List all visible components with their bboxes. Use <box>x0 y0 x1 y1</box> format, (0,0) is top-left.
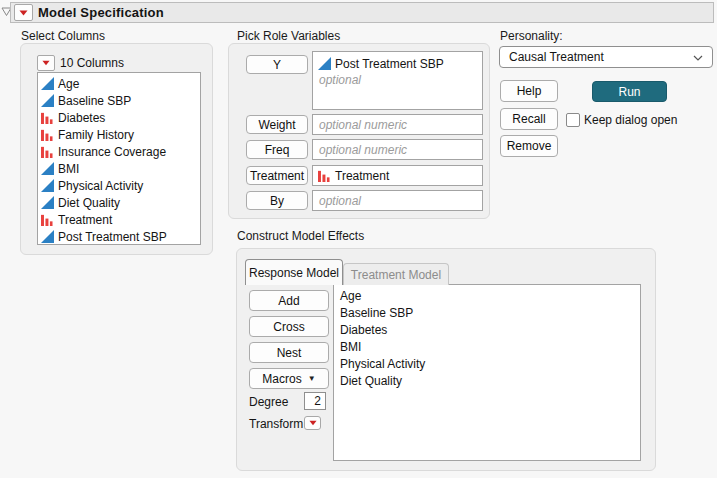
columns-listbox[interactable]: Age Baseline SBP Diabetes Family History… <box>37 72 201 245</box>
effect-item[interactable]: Baseline SBP <box>334 304 640 321</box>
effect-item[interactable]: Diabetes <box>334 321 640 338</box>
role-y-button[interactable]: Y <box>246 55 308 74</box>
role-by-dropzone[interactable]: optional <box>312 190 483 211</box>
continuous-icon <box>41 162 54 175</box>
column-item[interactable]: Physical Activity <box>38 177 200 194</box>
role-weight-dropzone[interactable]: optional numeric <box>312 114 483 135</box>
add-button[interactable]: Add <box>249 290 329 311</box>
model-effects-label: Construct Model Effects <box>237 229 364 243</box>
tab-response-model[interactable]: Response Model <box>245 259 343 285</box>
run-button[interactable]: Run <box>592 81 667 102</box>
role-by-button[interactable]: By <box>246 191 308 210</box>
cross-button[interactable]: Cross <box>249 316 329 337</box>
continuous-icon <box>41 77 54 90</box>
role-freq-dropzone[interactable]: optional numeric <box>312 139 483 160</box>
transform-label: Transform <box>249 417 303 431</box>
pick-roles-panel: Y Post Treatment SBP optional Weight opt… <box>228 43 490 219</box>
red-triangle-icon <box>19 10 28 16</box>
keep-dialog-checkbox[interactable] <box>566 113 580 127</box>
role-weight-button[interactable]: Weight <box>246 115 308 134</box>
personality-dropdown[interactable]: Causal Treatment <box>499 46 713 68</box>
columns-count-label: 10 Columns <box>60 56 124 70</box>
pick-roles-label: Pick Role Variables <box>237 29 340 43</box>
red-triangle-icon <box>309 420 317 426</box>
page-title: Model Specification <box>38 5 164 20</box>
role-y-value[interactable]: Post Treatment SBP <box>313 55 482 72</box>
tab-treatment-model[interactable]: Treatment Model <box>343 263 449 285</box>
personality-selected: Causal Treatment <box>500 47 712 67</box>
column-item[interactable]: Post Treatment SBP <box>38 228 200 245</box>
recall-button[interactable]: Recall <box>500 108 558 130</box>
role-y-dropzone[interactable]: Post Treatment SBP optional <box>312 51 483 110</box>
continuous-icon <box>41 94 54 107</box>
nominal-icon <box>41 111 54 124</box>
macros-button[interactable]: Macros ▼ <box>249 368 329 389</box>
nominal-icon <box>41 145 54 158</box>
columns-menu-button[interactable] <box>37 55 55 71</box>
continuous-icon <box>41 230 54 243</box>
personality-label: Personality: <box>500 29 563 43</box>
black-triangle-icon: ▼ <box>308 374 316 383</box>
help-button[interactable]: Help <box>500 80 558 102</box>
nominal-icon <box>318 169 331 182</box>
column-item[interactable]: Diabetes <box>38 109 200 126</box>
select-columns-label: Select Columns <box>21 29 105 43</box>
column-item[interactable]: Age <box>38 75 200 92</box>
column-item[interactable]: Diet Quality <box>38 194 200 211</box>
column-item[interactable]: Baseline SBP <box>38 92 200 109</box>
column-item[interactable]: BMI <box>38 160 200 177</box>
effect-item[interactable]: BMI <box>334 338 640 355</box>
keep-dialog-label: Keep dialog open <box>584 113 677 127</box>
chevron-down-icon <box>693 55 703 62</box>
nest-button[interactable]: Nest <box>249 342 329 363</box>
continuous-icon <box>41 179 54 192</box>
degree-label: Degree <box>249 395 288 409</box>
model-spec-header: Model Specification <box>10 2 714 23</box>
column-item[interactable]: Insurance Coverage <box>38 143 200 160</box>
remove-button[interactable]: Remove <box>500 135 558 157</box>
model-effects-panel: Response Model Treatment Model Add Cross… <box>236 248 656 471</box>
effects-listbox[interactable]: Age Baseline SBP Diabetes BMI Physical A… <box>333 284 641 461</box>
column-item[interactable]: Family History <box>38 126 200 143</box>
continuous-icon <box>318 57 331 70</box>
continuous-icon <box>41 196 54 209</box>
effect-item[interactable]: Physical Activity <box>334 355 640 372</box>
role-y-placeholder: optional <box>313 73 482 87</box>
nominal-icon <box>41 213 54 226</box>
role-freq-button[interactable]: Freq <box>246 140 308 159</box>
effect-item[interactable]: Diet Quality <box>334 372 640 389</box>
role-treatment-button[interactable]: Treatment <box>246 166 308 185</box>
effect-item[interactable]: Age <box>334 287 640 304</box>
degree-input[interactable]: 2 <box>304 392 326 410</box>
nominal-icon <box>41 128 54 141</box>
red-triangle-menu-button[interactable] <box>14 4 33 21</box>
column-item[interactable]: Treatment <box>38 211 200 228</box>
role-treatment-dropzone[interactable]: Treatment <box>312 165 483 186</box>
select-columns-panel: 10 Columns Age Baseline SBP Diabetes Fam… <box>20 43 213 255</box>
role-treatment-value[interactable]: Treatment <box>313 167 389 184</box>
red-triangle-icon <box>42 60 50 66</box>
transform-menu-button[interactable] <box>304 416 321 430</box>
